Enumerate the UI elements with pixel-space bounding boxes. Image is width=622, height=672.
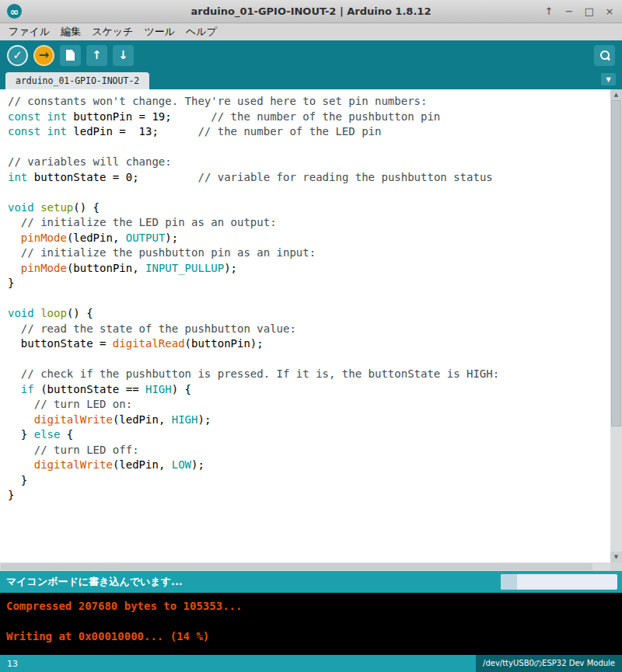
code-line: const int ledPin = 13; // the number of … bbox=[8, 124, 606, 140]
window-title: arduino_01-GPIO-INOUT-2 | Arduino 1.8.12 bbox=[0, 5, 622, 17]
arduino-ide-window: ∞ arduino_01-GPIO-INOUT-2 | Arduino 1.8.… bbox=[0, 0, 622, 672]
window-controls: ↑ − □ × bbox=[543, 6, 615, 16]
footer-bar: 13 /dev/ttyUSB0のESP32 Dev Module bbox=[0, 655, 622, 672]
menu-item-file[interactable]: ファイル bbox=[3, 24, 55, 40]
menu-item-edit[interactable]: 編集 bbox=[55, 24, 86, 40]
horizontal-scroll-thumb[interactable] bbox=[1, 563, 592, 570]
rollup-icon[interactable]: ↑ bbox=[543, 6, 554, 16]
console-line bbox=[6, 615, 616, 630]
code-line: pinMode(ledPin, OUTPUT); bbox=[8, 231, 606, 246]
serial-monitor-button[interactable] bbox=[594, 45, 615, 66]
tab-label: arduino_01-GPIO-INOUT-2 bbox=[16, 75, 139, 86]
code-line: } bbox=[8, 473, 606, 489]
upload-progress-bar bbox=[501, 574, 617, 590]
new-document-icon bbox=[66, 50, 75, 61]
line-number: 13 bbox=[7, 659, 18, 669]
code-line: // constants won't change. They're used … bbox=[8, 94, 606, 110]
code-line: digitalWrite(ledPin, LOW); bbox=[8, 458, 606, 473]
menu-item-help[interactable]: ヘルプ bbox=[180, 24, 222, 40]
console-line: Compressed 207680 bytes to 105353... bbox=[6, 599, 616, 615]
status-bar: マイコンボードに書き込んでいます... bbox=[0, 571, 622, 593]
toolbar: ✓ → ↑ ↓ bbox=[0, 40, 622, 70]
save-button[interactable]: ↓ bbox=[113, 45, 134, 66]
menu-item-sketch[interactable]: スケッチ bbox=[86, 24, 138, 40]
tab-list-button[interactable]: ▼ bbox=[601, 73, 616, 85]
arduino-logo-icon: ∞ bbox=[7, 4, 22, 19]
scroll-up-icon[interactable]: ▲ bbox=[610, 89, 622, 100]
menu-item-tools[interactable]: ツール bbox=[138, 24, 180, 40]
arrow-up-icon: ↑ bbox=[92, 50, 102, 61]
code-area[interactable]: // constants won't change. They're used … bbox=[8, 94, 606, 503]
board-port-info: /dev/ttyUSB0のESP32 Dev Module bbox=[476, 655, 622, 672]
menubar: ファイル 編集 スケッチ ツール ヘルプ bbox=[0, 23, 622, 40]
code-line: void loop() { bbox=[8, 306, 606, 322]
code-line: digitalWrite(ledPin, HIGH); bbox=[8, 413, 606, 428]
console-line: Writing at 0x00010000... (14 %) bbox=[6, 629, 616, 645]
code-line: } bbox=[8, 276, 606, 291]
editor-vertical-scrollbar[interactable]: ▲ ▼ bbox=[610, 89, 622, 562]
new-sketch-button[interactable] bbox=[60, 45, 81, 66]
code-line bbox=[8, 291, 606, 307]
code-line: // check if the pushbutton is pressed. I… bbox=[8, 367, 606, 382]
code-editor[interactable]: // constants won't change. They're used … bbox=[0, 89, 622, 571]
code-line: // turn LED off: bbox=[8, 443, 606, 458]
titlebar: ∞ arduino_01-GPIO-INOUT-2 | Arduino 1.8.… bbox=[0, 0, 622, 23]
code-line: void setup() { bbox=[8, 200, 606, 216]
verify-button[interactable]: ✓ bbox=[7, 45, 28, 66]
arrow-right-icon: → bbox=[39, 49, 49, 61]
upload-progress-fill bbox=[501, 574, 517, 590]
upload-button[interactable]: → bbox=[33, 45, 54, 66]
console-output[interactable]: Compressed 207680 bytes to 105353... Wri… bbox=[0, 593, 622, 655]
close-icon[interactable]: × bbox=[604, 6, 615, 16]
editor-horizontal-scrollbar[interactable] bbox=[0, 562, 610, 571]
arrow-down-icon: ↓ bbox=[118, 50, 128, 61]
code-line: // initialize the LED pin as an output: bbox=[8, 215, 606, 231]
chevron-down-icon: ▼ bbox=[606, 76, 610, 83]
code-line bbox=[8, 140, 606, 155]
code-line: const int buttonPin = 19; // the number … bbox=[8, 110, 606, 125]
code-line bbox=[8, 185, 606, 200]
code-line: if (buttonState == HIGH) { bbox=[8, 382, 606, 398]
open-button[interactable]: ↑ bbox=[86, 45, 107, 66]
vertical-scroll-thumb[interactable] bbox=[611, 100, 621, 427]
minimize-icon[interactable]: − bbox=[564, 6, 575, 16]
code-line: // initialize the pushbutton pin as an i… bbox=[8, 245, 606, 261]
status-message: マイコンボードに書き込んでいます... bbox=[6, 575, 183, 589]
tab-sketch[interactable]: arduino_01-GPIO-INOUT-2 bbox=[5, 72, 149, 89]
scrollbar-corner bbox=[610, 562, 622, 571]
code-line: } else { bbox=[8, 427, 606, 443]
tab-strip: arduino_01-GPIO-INOUT-2 ▼ bbox=[0, 70, 622, 89]
code-line: // read the state of the pushbutton valu… bbox=[8, 322, 606, 337]
maximize-icon[interactable]: □ bbox=[584, 6, 595, 16]
code-line: // variables will change: bbox=[8, 155, 606, 170]
scroll-down-icon[interactable]: ▼ bbox=[610, 552, 622, 562]
code-line bbox=[8, 352, 606, 367]
code-line: buttonState = digitalRead(buttonPin); bbox=[8, 336, 606, 352]
code-line: int buttonState = 0; // variable for rea… bbox=[8, 170, 606, 186]
code-line: } bbox=[8, 488, 606, 503]
magnifier-icon bbox=[599, 50, 610, 61]
code-line: // turn LED on: bbox=[8, 397, 606, 413]
code-line: pinMode(buttonPin, INPUT_PULLUP); bbox=[8, 261, 606, 277]
check-icon: ✓ bbox=[12, 50, 23, 61]
